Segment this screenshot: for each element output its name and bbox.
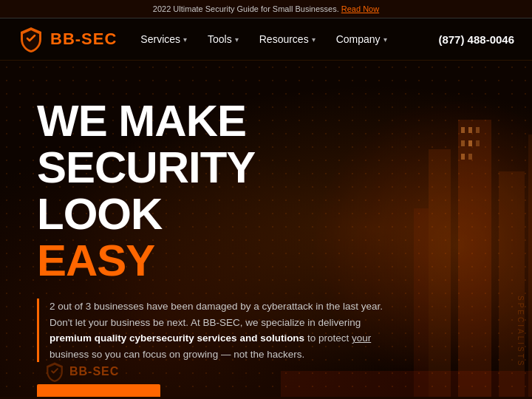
announcement-text: 2022 Ultimate Security Guide for Small B…	[153, 4, 339, 13]
services-chevron-icon: ▾	[183, 35, 187, 44]
cta-button[interactable]: GET STARTED	[37, 384, 160, 397]
logo[interactable]: BB-SEC	[18, 26, 117, 52]
logo-text: BB-SEC	[50, 30, 117, 49]
resources-chevron-icon: ▾	[312, 35, 316, 44]
hero-section: WE MAKE SECURITY LOOK EASY 2 out of 3 bu…	[0, 61, 532, 397]
svg-rect-10	[468, 140, 472, 146]
logo-icon	[18, 26, 44, 52]
svg-rect-11	[476, 140, 480, 146]
nav-item-resources[interactable]: Resources ▾	[259, 33, 316, 45]
nav-resources-label: Resources	[259, 33, 309, 45]
hero-description: 2 out of 3 businesses have been damaged …	[37, 299, 384, 362]
svg-rect-6	[461, 127, 465, 133]
side-decorative-text: specialists	[516, 296, 525, 367]
nav-tools-label: Tools	[208, 33, 232, 45]
svg-rect-5	[528, 134, 532, 397]
nav-links: Services ▾ Tools ▾ Resources ▾ Company ▾	[140, 33, 415, 45]
description-bold: premium quality cybersecurity services a…	[50, 332, 304, 344]
hero-cta: GET STARTED	[37, 384, 384, 397]
hero-title-line1: WE MAKE	[37, 96, 246, 146]
hero-content: WE MAKE SECURITY LOOK EASY 2 out of 3 bu…	[0, 61, 414, 397]
description-part2: to protect	[304, 332, 352, 344]
nav-company-label: Company	[336, 33, 381, 45]
svg-rect-13	[468, 154, 472, 160]
navbar: BB-SEC Services ▾ Tools ▾ Resources ▾ Co…	[0, 18, 532, 61]
nav-phone[interactable]: (877) 488-0046	[438, 33, 514, 46]
nav-item-tools[interactable]: Tools ▾	[208, 33, 239, 45]
announcement-link[interactable]: Read Now	[341, 4, 379, 13]
svg-rect-4	[414, 208, 429, 397]
svg-rect-12	[461, 154, 465, 160]
description-underline: your	[352, 332, 371, 344]
svg-rect-9	[461, 140, 465, 146]
description-part3: business so you can focus on growing — n…	[50, 349, 304, 360]
svg-rect-8	[476, 127, 480, 133]
nav-services-label: Services	[140, 33, 180, 45]
svg-rect-2	[458, 120, 491, 397]
hero-title: WE MAKE SECURITY LOOK EASY	[37, 98, 384, 284]
svg-rect-1	[429, 149, 451, 397]
announcement-bar: 2022 Ultimate Security Guide for Small B…	[0, 0, 532, 18]
nav-item-services[interactable]: Services ▾	[140, 33, 187, 45]
hero-title-line2: SECURITY LOOK	[37, 143, 254, 239]
hero-title-accent: EASY	[37, 237, 384, 284]
nav-item-company[interactable]: Company ▾	[336, 33, 387, 45]
company-chevron-icon: ▾	[383, 35, 387, 44]
svg-rect-7	[468, 127, 472, 133]
description-part1: 2 out of 3 businesses have been damaged …	[50, 301, 383, 328]
tools-chevron-icon: ▾	[235, 35, 239, 44]
